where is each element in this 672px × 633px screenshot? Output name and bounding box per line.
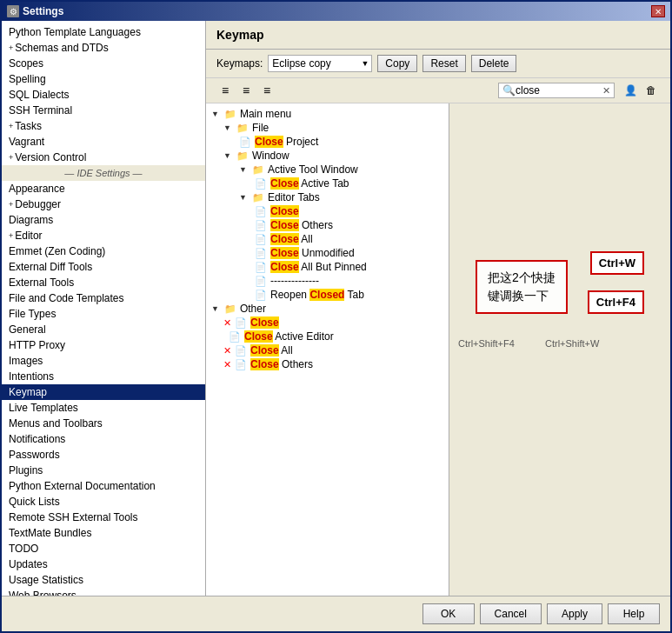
sidebar-item-version-control[interactable]: + Version Control [2,150,205,165]
sidebar-item-appearance[interactable]: Appearance [2,181,205,197]
window-title: Settings [23,5,63,17]
tree-item-close-project[interactable]: 📄 Close Project [206,135,449,149]
sidebar-item-scopes[interactable]: Scopes [2,56,205,71]
sidebar-item-web-browsers[interactable]: Web Browsers [2,588,205,596]
collapse-all-icon[interactable]: ≡ [237,82,255,99]
sidebar-item-ssh[interactable]: SSH Terminal [2,103,205,118]
shortcut-small-1: Ctrl+Shift+F4 [458,338,515,349]
search-box: 🔍 ✕ [498,83,615,98]
sidebar-item-images[interactable]: Images [2,353,205,369]
sidebar-item-external-tools[interactable]: External Tools [2,275,205,290]
sidebar-item-spelling[interactable]: Spelling [2,71,205,87]
tree-item-close[interactable]: 📄 Close [206,204,449,218]
filter-icon[interactable]: ≡ [258,82,276,99]
content-area: Python Template Languages + Schemas and … [2,21,670,596]
sidebar-item-remote-ssh[interactable]: Remote SSH External Tools [2,510,205,525]
apply-button[interactable]: Apply [547,603,602,624]
toolbar-row: ≡ ≡ ≡ 🔍 ✕ 👤 🗑 [206,78,670,103]
tree-item-other-close-all[interactable]: ✕ 📄 Close All [206,343,449,357]
sidebar-item-passwords[interactable]: Passwords [2,447,205,463]
tree-item-file[interactable]: ▼ 📁 File [206,121,449,135]
tree-item-close-all-but-pinned[interactable]: 📄 Close All But Pinned [206,260,449,274]
sidebar-item-tasks[interactable]: + Tasks [2,118,205,134]
keymap-select-wrapper[interactable]: Eclipse copy [268,55,372,72]
user-icon[interactable]: 👤 [622,82,639,99]
tree-area: ▼ 📁 Main menu ▼ 📁 File [206,103,670,596]
settings-window: ⚙ Settings ✕ Python Template Languages +… [0,0,672,633]
delete-row-icon[interactable]: 🗑 [642,82,660,99]
shortcut-badge-ctrl-w: Ctrl+W [590,251,644,275]
tree-item-editor-tabs[interactable]: ▼ 📁 Editor Tabs [206,190,449,204]
sidebar-item-updates[interactable]: Updates [2,556,205,572]
search-input[interactable] [516,84,602,97]
clear-search-icon[interactable]: ✕ [602,85,610,97]
sidebar-item-intentions[interactable]: Intentions [2,369,205,384]
search-icon: 🔍 [502,84,516,97]
keymap-controls: Keymaps: Eclipse copy Copy Reset Delete [206,50,670,78]
copy-button[interactable]: Copy [377,55,417,72]
annotation-area: 把这2个快捷 键调换一下 Ctrl+W Ctrl+F4 Ctrl+Shift+F… [449,103,670,596]
sidebar-item-schemas[interactable]: + Schemas and DTDs [2,40,205,56]
tree-item-other[interactable]: ▼ 📁 Other [206,302,449,316]
chinese-annotation: 把这2个快捷 键调换一下 [476,260,568,314]
tree-item-separator: 📄 -------------- [206,274,449,288]
delete-button[interactable]: Delete [471,55,517,72]
sidebar-item-textmate[interactable]: TextMate Bundles [2,525,205,541]
keymaps-label: Keymaps: [216,57,263,70]
sidebar-item-http-proxy[interactable]: HTTP Proxy [2,337,205,353]
sidebar-item-keymap[interactable]: Keymap [2,384,205,400]
panel-title: Keymap [206,21,670,50]
sidebar-item-python-docs[interactable]: Python External Documentation [2,478,205,494]
ok-button[interactable]: OK [422,603,475,624]
tree-item-other-close-others[interactable]: ✕ 📄 Close Others [206,357,449,371]
tree-item-active-tool-window[interactable]: ▼ 📁 Active Tool Window [206,163,449,177]
window-icon: ⚙ [7,5,19,17]
sidebar-item-file-code-templates[interactable]: File and Code Templates [2,290,205,306]
sidebar-item-notifications[interactable]: Notifications [2,431,205,447]
sidebar-item-todo[interactable]: TODO [2,541,205,556]
tree-item-close-active-editor[interactable]: 📄 Close Active Editor [206,330,449,343]
sidebar-item-live-templates[interactable]: Live Templates [2,400,205,416]
sidebar-item-usage-statistics[interactable]: Usage Statistics [2,572,205,588]
sidebar: Python Template Languages + Schemas and … [2,21,206,596]
sidebar-item-general[interactable]: General [2,322,205,337]
tree-item-reopen-closed[interactable]: 📄 Reopen Closed Tab [206,288,449,302]
shortcut-badge-ctrl-f4: Ctrl+F4 [588,290,644,314]
tree-item-close-others[interactable]: 📄 Close Others [206,218,449,232]
tree-item-close-unmodified[interactable]: 📄 Close Unmodified [206,246,449,260]
tree-item-window[interactable]: ▼ 📁 Window [206,149,449,163]
sidebar-item-emmet[interactable]: Emmet (Zen Coding) [2,243,205,259]
sidebar-item-python-template[interactable]: Python Template Languages [2,24,205,40]
bottom-bar: OK Cancel Apply Help [2,596,670,631]
sidebar-item-editor[interactable]: + Editor [2,228,205,243]
sidebar-item-vagrant[interactable]: Vagrant [2,134,205,150]
sidebar-item-debugger[interactable]: + Debugger [2,197,205,212]
sidebar-item-menus[interactable]: Menus and Toolbars [2,416,205,431]
sidebar-item-external-diff[interactable]: External Diff Tools [2,259,205,275]
tree-item-main-menu[interactable]: ▼ 📁 Main menu [206,107,449,121]
sidebar-group-ide: — IDE Settings — [2,165,205,181]
window-close-button[interactable]: ✕ [651,5,665,17]
tree-item-close-all[interactable]: 📄 Close All [206,232,449,246]
sidebar-item-file-types[interactable]: File Types [2,306,205,322]
main-panel: Keymap Keymaps: Eclipse copy Copy Reset … [206,21,670,596]
sidebar-item-diagrams[interactable]: Diagrams [2,212,205,228]
tree-item-close-active-tab[interactable]: 📄 Close Active Tab [206,177,449,190]
tree-item-other-close[interactable]: ✕ 📄 Close [206,316,449,330]
sidebar-item-quick-lists[interactable]: Quick Lists [2,494,205,510]
cancel-button[interactable]: Cancel [480,603,542,624]
keymap-select[interactable]: Eclipse copy [268,55,372,72]
title-bar: ⚙ Settings ✕ [2,2,670,21]
sidebar-item-sql[interactable]: SQL Dialects [2,87,205,103]
reset-button[interactable]: Reset [422,55,465,72]
shortcut-small-2: Ctrl+Shift+W [545,338,599,349]
sidebar-item-plugins[interactable]: Plugins [2,463,205,478]
tree-panel: ▼ 📁 Main menu ▼ 📁 File [206,103,449,596]
help-button[interactable]: Help [608,603,660,624]
expand-all-icon[interactable]: ≡ [216,82,234,99]
